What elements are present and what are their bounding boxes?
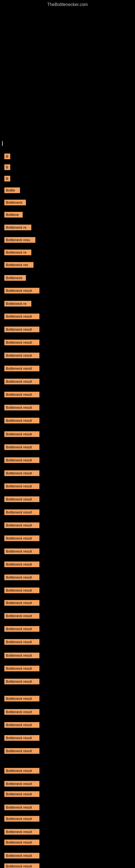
bottleneck-result-item[interactable]: Bottleneck result [4, 639, 39, 645]
bottleneck-result-item[interactable]: Bottleneck result [4, 735, 39, 741]
bottleneck-result-item[interactable]: Bottleneck result [4, 600, 39, 606]
bottleneck-result-item[interactable]: Bottleneck result [4, 816, 39, 822]
bottleneck-result-item[interactable]: Bottleneck result [4, 496, 39, 502]
bottleneck-result-item[interactable]: Bottleneck result [4, 431, 39, 437]
bottleneck-result-item[interactable]: Bottleneck result [4, 696, 39, 702]
bottleneck-result-item[interactable]: Bottleneck result [4, 653, 39, 658]
bottleneck-result-item[interactable]: Bottlene [4, 212, 23, 218]
bottleneck-result-item[interactable]: Bottleneck result [4, 418, 39, 424]
bottleneck-result-item[interactable]: Bottleneck result [4, 392, 39, 397]
bottleneck-result-item[interactable]: Bottleneck [4, 199, 26, 205]
bottleneck-result-item[interactable]: Bottle [4, 187, 20, 193]
bottleneck-result-item[interactable]: Bottleneck result [4, 288, 39, 293]
bottleneck-result-item[interactable]: Bottleneck result [4, 805, 39, 810]
bottleneck-result-item[interactable]: Bottleneck result [4, 665, 39, 671]
bottleneck-result-item[interactable]: Bottleneck result [4, 379, 39, 384]
bottleneck-result-item[interactable]: Bottleneck result [4, 863, 39, 868]
bottleneck-result-item[interactable]: Bottleneck re [4, 225, 31, 230]
bottleneck-result-item[interactable]: Bottleneck result [4, 470, 39, 476]
bottleneck-result-item[interactable]: Bottleneck result [4, 509, 39, 515]
bottleneck-result-item[interactable]: Bottleneck result [4, 791, 39, 797]
bottleneck-result-item[interactable]: Bottleneck result [4, 522, 39, 528]
bottleneck-result-item[interactable]: Bottleneck result [4, 853, 39, 859]
bottleneck-result-item[interactable]: Bottleneck result [4, 535, 39, 541]
bottleneck-result-item[interactable]: Bottleneck [4, 275, 26, 281]
bottleneck-result-item[interactable]: Bottleneck result [4, 829, 39, 835]
bottleneck-result-item[interactable]: Bottleneck result [4, 613, 39, 619]
bottleneck-result-item[interactable]: Bottleneck result [4, 709, 39, 715]
bottleneck-result-item[interactable]: B [4, 176, 10, 182]
bottleneck-result-item[interactable]: Bottleneck result [4, 588, 39, 593]
bottleneck-result-item[interactable]: Bottleneck result [4, 626, 39, 632]
bottleneck-result-item[interactable]: Bottleneck result [4, 781, 39, 786]
bottleneck-result-item[interactable]: Bottleneck result [4, 444, 39, 450]
bottleneck-result-item[interactable]: Bottleneck result [4, 457, 39, 463]
bottleneck-result-item[interactable]: Bottleneck result [4, 327, 39, 332]
bottleneck-result-item[interactable]: Bottleneck result [4, 575, 39, 580]
site-title: TheBottlenecker.com [0, 0, 135, 8]
bottleneck-result-item[interactable]: Bottleneck result [4, 405, 39, 410]
bottleneck-result-item[interactable]: Bottleneck result [4, 366, 39, 371]
bottleneck-result-item[interactable]: Bottleneck result [4, 748, 39, 754]
bottleneck-result-item[interactable]: B [4, 164, 10, 170]
bottleneck-result-item[interactable]: Bottleneck result [4, 352, 39, 358]
bottleneck-result-item[interactable]: Bottleneck result [4, 768, 39, 774]
bottleneck-result-item[interactable]: Bottleneck result [4, 722, 39, 728]
text-cursor [2, 141, 3, 146]
bottleneck-result-item[interactable]: Bottleneck resu [4, 237, 35, 243]
bottleneck-result-item[interactable]: Bottleneck result [4, 561, 39, 567]
bottleneck-result-item[interactable]: Bottleneck result [4, 484, 39, 489]
bottleneck-result-item[interactable]: Bottleneck result [4, 679, 39, 684]
bottleneck-result-item[interactable]: Bottleneck res [4, 262, 34, 268]
bottleneck-result-item[interactable]: Bottleneck result [4, 549, 39, 554]
bottleneck-result-item[interactable]: Bottleneck result [4, 340, 39, 345]
bottleneck-result-item[interactable]: Bottleneck result [4, 314, 39, 319]
bottleneck-result-item[interactable]: Bottleneck re [4, 250, 31, 255]
bottleneck-result-item[interactable]: B [4, 154, 10, 159]
bottleneck-result-item[interactable]: Bottleneck re [4, 301, 31, 307]
bottleneck-result-item[interactable]: Bottleneck result [4, 839, 39, 845]
